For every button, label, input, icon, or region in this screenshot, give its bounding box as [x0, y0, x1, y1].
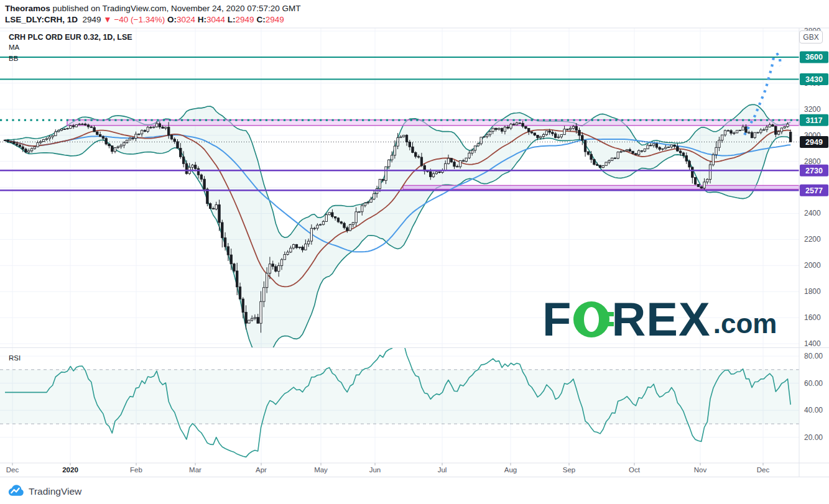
ohlc-segment: 2949: [78, 15, 103, 24]
price-level-badge: 2730: [800, 165, 828, 176]
chart-title: CRH PLC ORD EUR 0.32, 1D, LSE: [9, 33, 132, 42]
price-tick-label: 1600: [804, 313, 821, 322]
rsi-tick-label: 60.00: [804, 379, 823, 388]
month-label: Mar: [189, 466, 201, 474]
ohlc-segment: 3044: [206, 15, 225, 24]
author-name: Theoramos: [5, 4, 50, 13]
ma-indicator-label[interactable]: MA: [9, 44, 19, 51]
month-label: Feb: [130, 466, 142, 474]
price-level-badge: 3117: [800, 114, 828, 126]
chart-canvas: Dec2020FebMarAprMayJunJulAugSepOctNovDec…: [0, 0, 829, 504]
ohlc-segment: H:: [195, 15, 206, 24]
month-label: Nov: [694, 466, 707, 474]
tradingview-cloud-icon: [7, 483, 24, 500]
month-label: Oct: [629, 466, 641, 474]
month-label: May: [314, 466, 328, 474]
price-tick-label: 1400: [804, 339, 821, 348]
currency-unit-button[interactable]: GBX: [799, 30, 823, 44]
tradingview-label: TradingView: [29, 486, 81, 497]
month-label: Dec: [757, 466, 770, 474]
forex-letters-rex: REX: [611, 301, 710, 338]
month-label: Jul: [438, 466, 447, 474]
price-tick-label: 2000: [804, 261, 821, 270]
ohlc-segment: C:: [254, 15, 266, 24]
svg-text:2949: 2949: [805, 138, 823, 147]
rsi-tick-label: 80.00: [804, 352, 823, 360]
svg-text:3430: 3430: [805, 75, 823, 84]
price-level-badge: 2577: [800, 185, 828, 196]
forex-o-icon: [573, 301, 609, 337]
month-label: 2020: [62, 466, 78, 474]
price-axis[interactable]: 3800360034003200300028002600240022002000…: [800, 27, 828, 442]
ohlc-segment: LSE_DLY:CRH, 1D: [5, 15, 78, 24]
ohlc-segment: 2949: [236, 15, 254, 24]
tradingview-published-chart: Dec2020FebMarAprMayJunJulAugSepOctNovDec…: [0, 0, 829, 504]
forex-letter-f: F: [542, 301, 572, 338]
bb-indicator-label[interactable]: BB: [9, 55, 18, 62]
rsi-tick-label: 20.00: [804, 433, 823, 442]
month-label: Aug: [504, 466, 517, 474]
publish-info-line: Theoramos published on TradingView.com, …: [5, 4, 301, 13]
tradingview-logo[interactable]: TradingView: [7, 483, 81, 500]
time-axis[interactable]: Dec2020FebMarAprMayJunJulAugSepOctNovDec: [6, 463, 770, 474]
month-label: Jun: [369, 466, 381, 474]
price-level-badge: 3600: [800, 51, 828, 63]
month-label: Sep: [563, 466, 575, 474]
forex-dot-com: .com: [713, 310, 777, 337]
month-label: Apr: [256, 466, 267, 474]
price-tick-label: 2200: [804, 235, 821, 244]
ohlc-segment: 3024: [177, 15, 195, 24]
ohlc-segment: ▼ −40 (−1.34%): [103, 15, 165, 24]
ohlc-segment: O:: [165, 15, 177, 24]
svg-text:3600: 3600: [805, 53, 823, 62]
month-label: Dec: [6, 466, 19, 474]
svg-text:2577: 2577: [805, 186, 823, 195]
rsi-indicator-label[interactable]: RSI: [9, 354, 21, 362]
svg-text:3117: 3117: [805, 116, 822, 125]
price-tick-label: 1800: [804, 287, 821, 296]
symbol-ohlc-line: LSE_DLY:CRH, 1D 2949 ▼ −40 (−1.34%) O:30…: [5, 15, 284, 24]
forex-com-watermark: F REX .com: [542, 301, 777, 338]
rsi-tick-label: 40.00: [804, 406, 823, 415]
price-tick-label: 3200: [804, 105, 821, 114]
price-tick-label: 2400: [804, 209, 821, 218]
price-level-badge: 3430: [800, 73, 828, 85]
price-tick-label: 2800: [804, 157, 821, 166]
svg-text:2730: 2730: [805, 167, 823, 175]
price-level-badge: 2949: [800, 136, 828, 148]
ohlc-segment: 2949: [266, 15, 284, 24]
ohlc-segment: L:: [225, 15, 236, 24]
publish-text: published on TradingView.com, November 2…: [50, 4, 301, 13]
